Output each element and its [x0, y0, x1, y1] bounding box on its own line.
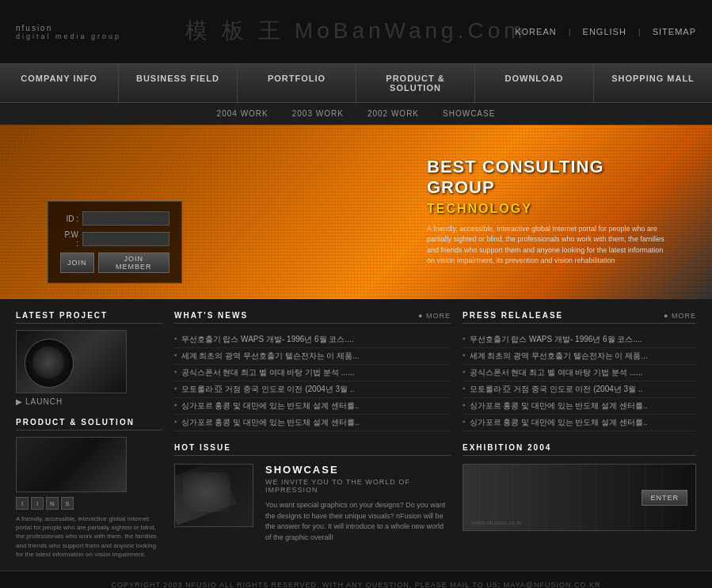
news-item[interactable]: ▪ 싱가포르 홍콩 및 대만에 있는 반도체 설계 센터를..: [174, 415, 451, 431]
exhibition-image: www.nfusion.co.kr ENTER: [463, 464, 696, 531]
hot-issue-content: SHOWCASE WE INVITE YOU TO THE WORLD OF I…: [174, 464, 451, 543]
hot-issue-title: HOT ISSUE: [174, 443, 231, 452]
launch-link[interactable]: ▶ LAUNCH: [16, 397, 162, 406]
english-nav-link[interactable]: ENGLISH: [583, 27, 626, 36]
press-item[interactable]: ▪ 모토롤라 亞 거점 중국 인도로 이전 (2004년 3월 ..: [463, 381, 696, 398]
login-pw-input[interactable]: [82, 232, 169, 246]
left-sidebar: LATEST PROJECT ▶ LAUNCH PRODUCT & SOLUTI…: [16, 311, 162, 559]
product-solution-section: PRODUCT & SOLUTION I I N S A friendly, a…: [16, 418, 162, 559]
launch-label: LAUNCH: [25, 397, 63, 406]
nav-portfolio[interactable]: PORTFOLIO: [238, 64, 356, 102]
logo: nfusion digital media group: [16, 24, 121, 40]
login-id-input[interactable]: [82, 211, 169, 226]
join-button[interactable]: JOIN: [60, 252, 94, 273]
news-text: 싱가포르 홍콩 및 대만에 있는 반도체 설계 센터를..: [181, 417, 360, 428]
product-solution-image: [16, 437, 127, 492]
enter-button[interactable]: ENTER: [642, 490, 687, 506]
sub-nav-showcase[interactable]: SHOWCASE: [443, 109, 495, 118]
nav-divider: |: [569, 27, 571, 36]
press-item[interactable]: ▪ 싱가포르 홍콩 및 대만에 있는 반도체 설계 센터를..: [463, 415, 696, 431]
bullet-icon: ▪: [463, 400, 466, 409]
prod-icon-i2[interactable]: I: [31, 497, 44, 510]
press-text: 싱가포르 홍콩 및 대만에 있는 반도체 설계 센터를..: [470, 417, 648, 428]
bullet-icon: ▪: [174, 417, 177, 426]
prod-icon-n[interactable]: N: [46, 497, 59, 510]
press-text: 싱가포르 홍콩 및 대만에 있는 반도체 설계 센터를..: [470, 400, 648, 412]
press-item[interactable]: ▪ 싱가포르 홍콩 및 대만에 있는 반도체 설계 센터를..: [463, 398, 696, 415]
news-text: 공식스폰서 현대 최고 벨 여대 바탕 기법 분석 ......: [181, 367, 355, 378]
news-item[interactable]: ▪ 무선호출기 랍스 WAPS 개발- 1996년 6월 코스....: [174, 332, 451, 348]
press-text: 세계 최초의 광역 무선호출기 텔슨전자는 이 제품...: [470, 351, 648, 362]
main-content: LATEST PROJECT ▶ LAUNCH PRODUCT & SOLUTI…: [0, 299, 712, 571]
sidebar-description: A friendly, accessible, interactive glob…: [16, 514, 162, 559]
header: nfusion digital media group KOREAN | ENG…: [0, 0, 712, 63]
news-text: 싱가포르 홍콩 및 대만에 있는 반도체 설계 센터를..: [181, 400, 360, 412]
whats-news-more[interactable]: ● MORE: [418, 312, 451, 320]
news-item[interactable]: ▪ 세계 최초의 광역 무선호출기 텔슨전자는 이 제품...: [174, 348, 451, 365]
login-id-label: ID :: [60, 214, 78, 223]
nav-business-field[interactable]: BUSINESS FIELD: [119, 64, 238, 102]
news-item[interactable]: ▪ 모토롤라 亞 거점 중국 인도로 이전 (2004년 3월 ..: [174, 381, 451, 398]
press-release-header: PRESS RELALEASE ● MORE: [463, 311, 696, 324]
bullet-icon: ▪: [174, 351, 177, 359]
news-text: 세계 최초의 광역 무선호출기 텔슨전자는 이 제품...: [181, 351, 360, 362]
hot-issue-text: SHOWCASE WE INVITE YOU TO THE WORLD OF I…: [265, 464, 451, 543]
bullet-icon: ▪: [174, 367, 177, 376]
main-nav: COMPANY INFO BUSINESS FIELD PORTFOLIO PR…: [0, 63, 712, 103]
bullet-icon: ▪: [174, 334, 177, 343]
middle-content: WHAT'S NEWS ● MORE ▪ 무선호출기 랍스 WAPS 개발- 1…: [174, 311, 451, 559]
latest-project-image: [16, 330, 127, 393]
news-text: 무선호출기 랍스 WAPS 개발- 1996년 6월 코스....: [181, 334, 354, 345]
latest-project-title: LATEST PROJECT: [16, 311, 162, 324]
login-pw-label: P.W :: [60, 230, 78, 248]
exhibition-title: EXHIBITION 2004: [463, 443, 551, 452]
news-text: 모토롤라 亞 거점 중국 인도로 이전 (2004년 3월 ..: [181, 384, 355, 395]
hero-description: A friendly, accessible, interactive glob…: [427, 224, 664, 267]
nav-download[interactable]: DOWNLOAD: [475, 64, 594, 102]
press-list: ▪ 무선호출기 랍스 WAPS 개발- 1996년 6월 코스.... ▪ 세계…: [463, 332, 696, 431]
exhibition-url: www.nfusion.co.kr: [471, 519, 522, 526]
bullet-icon: ▪: [463, 367, 466, 376]
news-item[interactable]: ▪ 싱가포르 홍콩 및 대만에 있는 반도체 설계 센터를..: [174, 398, 451, 415]
press-release-more[interactable]: ● MORE: [664, 312, 696, 320]
sub-nav-2003[interactable]: 2003 WORK: [292, 109, 344, 118]
sub-nav: 2004 WORK 2003 WORK 2002 WORK SHOWCASE: [0, 103, 712, 125]
product-icon-group: I I N S: [16, 497, 162, 510]
prod-icon-i1[interactable]: I: [16, 497, 29, 510]
hot-issue-section: HOT ISSUE SHOWCASE WE INVITE YOU TO THE …: [174, 443, 451, 543]
sub-nav-2004[interactable]: 2004 WORK: [217, 109, 268, 118]
bullet-icon: ▪: [463, 384, 466, 393]
press-text: 모토롤라 亞 거점 중국 인도로 이전 (2004년 3월 ..: [470, 384, 643, 395]
press-item[interactable]: ▪ 공식스폰서 현대 최고 벨 여대 바탕 기법 분석 ......: [463, 365, 696, 381]
bullet-icon: ▪: [463, 351, 466, 359]
bullet-icon: ▪: [463, 417, 466, 426]
press-item[interactable]: ▪ 세계 최초의 광역 무선호출기 텔슨전자는 이 제품...: [463, 348, 696, 365]
prod-icon-s[interactable]: S: [61, 497, 74, 510]
join-member-button[interactable]: JOIN MEMBER: [98, 252, 169, 273]
sitemap-nav-link[interactable]: SITEMAP: [653, 27, 696, 36]
nav-product-solution[interactable]: PRODUCT & SOLUTION: [356, 64, 475, 102]
nav-shopping-mall[interactable]: SHOPPING MALL: [594, 64, 712, 102]
showcase-description: You want special graphics on your design…: [265, 500, 451, 543]
nav-company-info[interactable]: COMPANY INFO: [0, 64, 119, 102]
login-id-row: ID :: [60, 211, 169, 226]
sub-nav-2002[interactable]: 2002 WORK: [367, 109, 419, 118]
footer: COPYRIGHT 2003 NFUSIO ALL RIGHTS RESERVE…: [0, 571, 712, 588]
bullet-icon: ▪: [174, 400, 177, 409]
nav-divider2: |: [638, 27, 641, 36]
header-nav: KOREAN | ENGLISH | SITEMAP: [515, 27, 696, 36]
hero-title: BEST CONSULTING GROUP: [427, 157, 664, 199]
logo-brand-text: nfusion: [16, 24, 121, 32]
right-sidebar: PRESS RELALEASE ● MORE ▪ 무선호출기 랍스 WAPS 개…: [463, 311, 696, 559]
showcase-image: [174, 464, 253, 527]
korean-nav-link[interactable]: KOREAN: [515, 27, 556, 36]
hero-text-block: BEST CONSULTING GROUP TECHNOLOGY A frien…: [427, 157, 664, 267]
press-text: 무선호출기 랍스 WAPS 개발- 1996년 6월 코스....: [470, 334, 642, 345]
copyright-text: COPYRIGHT 2003 NFUSIO ALL RIGHTS RESERVE…: [112, 581, 601, 588]
whats-news-list: ▪ 무선호출기 랍스 WAPS 개발- 1996년 6월 코스.... ▪ 세계…: [174, 332, 451, 431]
whats-news-header: WHAT'S NEWS ● MORE: [174, 311, 451, 324]
logo-subtitle: digital media group: [16, 32, 121, 40]
press-release-title: PRESS RELALEASE: [463, 311, 563, 320]
news-item[interactable]: ▪ 공식스폰서 현대 최고 벨 여대 바탕 기법 분석 ......: [174, 365, 451, 381]
press-item[interactable]: ▪ 무선호출기 랍스 WAPS 개발- 1996년 6월 코스....: [463, 332, 696, 348]
